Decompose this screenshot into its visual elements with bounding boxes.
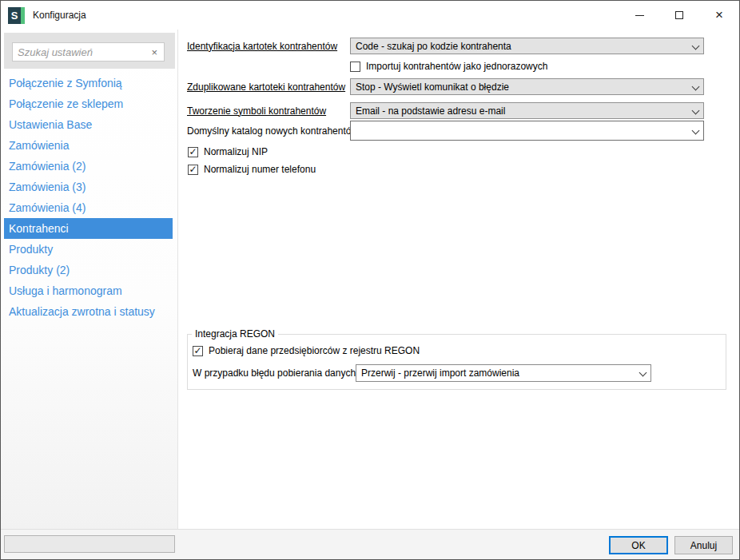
sidebar-item-aktualizacja-zwrotna[interactable]: Aktualizacja zwrotna i statusy [4,301,173,322]
footer-bar: OK Anuluj [1,529,739,559]
sidebar-item-polaczenie-ze-sklepem[interactable]: Połączenie ze sklepem [4,93,173,114]
normalize-phone-label: Normalizuj numer telefonu [204,164,316,175]
sidebar-item-produkty-2[interactable]: Produkty (2) [4,260,173,280]
duplicates-select[interactable]: Stop - Wyświetl komunikat o błędzie [350,78,704,95]
normalize-nip-label: Normalizuj NIP [204,146,268,157]
duplicates-label[interactable]: Zduplikowane kartoteki kontrahentów [187,78,345,95]
settings-panel: Identyfikacja kartotek kontrahentów Code… [179,30,739,529]
sidebar-item-zamowienia-2[interactable]: Zamówienia (2) [4,156,173,177]
sidebar-item-kontrahenci[interactable]: Kontrahenci [4,218,173,239]
sidebar-item-polaczenie-z-symfonia[interactable]: Połączenie z Symfonią [4,73,173,93]
regon-error-select[interactable]: Przerwij - przerwij import zamówienia [356,364,651,382]
import-oneoff-label: Importuj kontrahentów jako jednorazowych [366,61,547,72]
sidebar-item-usluga-i-harmonogram[interactable]: Usługa i harmonogram [4,280,173,301]
app-logo-icon: S [8,7,25,24]
config-window: S Konfiguracja × × Połączenie z Symfonią… [0,0,740,560]
maximize-icon [675,11,683,19]
identification-select[interactable]: Code - szukaj po kodzie kontrahenta [350,38,704,54]
normalize-nip-checkbox-row[interactable]: ✓ Normalizuj NIP [188,146,268,157]
sidebar-nav: Połączenie z Symfonią Połączenie ze skle… [4,73,173,322]
duplicates-select-value: Stop - Wyświetl komunikat o błędzie [356,81,509,93]
symbols-select-value: Email - na podstawie adresu e-mail [356,105,505,117]
search-panel: × [4,33,175,69]
symbols-label[interactable]: Tworzenie symboli kontrahentów [187,102,326,119]
chevron-down-icon [692,84,698,90]
window-title: Konfiguracja [33,10,86,21]
cancel-button[interactable]: Anuluj [674,536,733,554]
search-clear-icon[interactable]: × [149,46,159,58]
progress-bar [4,535,175,553]
sidebar: × Połączenie z Symfonią Połączenie ze sk… [1,30,178,529]
sidebar-item-zamowienia-3[interactable]: Zamówienia (3) [4,177,173,197]
symbols-select[interactable]: Email - na podstawie adresu e-mail [350,102,704,119]
check-icon: ✓ [189,165,197,174]
search-box: × [12,42,165,62]
check-icon: ✓ [193,346,201,355]
default-catalog-combobox[interactable] [350,121,704,141]
sidebar-item-produkty[interactable]: Produkty [4,239,173,260]
chevron-down-icon [639,370,646,376]
regon-groupbox-title: Integracja REGON [192,328,278,340]
import-oneoff-checkbox-row[interactable]: Importuj kontrahentów jako jednorazowych [350,61,547,72]
default-catalog-label: Domyślny katalog nowych kontrahentów [187,121,358,141]
regon-groupbox: Integracja REGON ✓ Pobieraj dane przedsi… [187,334,726,390]
normalize-phone-checkbox[interactable]: ✓ [188,165,198,175]
close-icon: × [715,8,723,22]
chevron-down-icon [692,128,698,134]
chevron-down-icon [692,43,698,50]
app-logo-letter: S [8,7,21,24]
regon-fetch-label: Pobieraj dane przedsiębiorców z rejestru… [209,345,420,356]
title-bar: S Konfiguracja × [1,1,739,30]
import-oneoff-checkbox[interactable] [350,62,360,72]
maximize-button[interactable] [659,1,699,30]
sidebar-item-zamowienia-4[interactable]: Zamówienia (4) [4,197,173,218]
ok-button[interactable]: OK [609,536,668,554]
minimize-button[interactable] [619,1,659,30]
identification-select-value: Code - szukaj po kodzie kontrahenta [356,41,511,52]
regon-error-label: W przypadku błędu pobierania danych: [193,364,358,382]
regon-fetch-checkbox-row[interactable]: ✓ Pobieraj dane przedsiębiorców z rejest… [193,345,420,356]
normalize-phone-checkbox-row[interactable]: ✓ Normalizuj numer telefonu [188,164,316,175]
close-button[interactable]: × [699,1,739,30]
minimize-icon [635,15,644,16]
chevron-down-icon [692,108,698,114]
sidebar-item-ustawienia-base[interactable]: Ustawienia Base [4,114,173,135]
search-input[interactable] [18,46,149,58]
regon-fetch-checkbox[interactable]: ✓ [193,346,203,356]
sidebar-item-zamowienia[interactable]: Zamówienia [4,135,173,156]
regon-error-select-value: Przerwij - przerwij import zamówienia [361,367,519,379]
identification-label[interactable]: Identyfikacja kartotek kontrahentów [187,38,337,54]
window-controls: × [619,1,739,30]
normalize-nip-checkbox[interactable]: ✓ [188,147,198,157]
app-logo-accent [21,7,25,24]
check-icon: ✓ [189,147,197,157]
